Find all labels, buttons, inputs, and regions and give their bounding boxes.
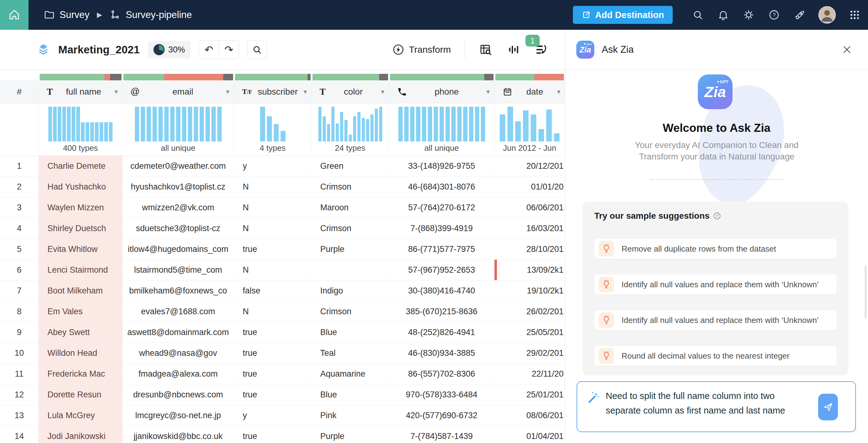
cell-email[interactable]: aswett8@domainmark.com bbox=[122, 322, 234, 343]
column-header-color[interactable]: Tcolor▾ bbox=[312, 80, 389, 103]
suggestion-item[interactable]: Remove all duplicate rows from the datas… bbox=[594, 239, 837, 259]
column-menu-caret-icon[interactable]: ▾ bbox=[486, 88, 490, 96]
cell-email[interactable]: lstairmond5@time_com bbox=[122, 260, 234, 280]
cell-date[interactable]: 13/09/2k1 bbox=[494, 260, 565, 280]
suggestion-item[interactable]: Identify all null values and replace the… bbox=[594, 274, 837, 294]
cell-phone[interactable]: 57-(967)952-2653 bbox=[389, 260, 494, 280]
cell-color[interactable]: Green bbox=[312, 156, 389, 176]
search-icon[interactable] bbox=[691, 8, 704, 21]
suggestion-item[interactable]: Round all decimal values to the nearest … bbox=[594, 346, 837, 366]
cell-full_name[interactable]: Jodi Janikowski bbox=[39, 426, 122, 443]
cell-subscriber[interactable]: true bbox=[234, 322, 312, 343]
cell-color[interactable]: Blue bbox=[312, 322, 389, 343]
cell-color[interactable]: Maroon bbox=[312, 197, 389, 218]
cell-email[interactable]: lmcgreyc@so-net.ne.jp bbox=[122, 405, 234, 425]
cell-subscriber[interactable]: N bbox=[234, 218, 312, 239]
column-stats-icon[interactable] bbox=[506, 42, 521, 57]
histogram-color[interactable]: 24 types bbox=[312, 103, 389, 155]
cell-email[interactable]: itlow4@hugedomains_com bbox=[122, 239, 234, 259]
column-menu-caret-icon[interactable]: ▾ bbox=[226, 88, 229, 96]
cell-subscriber[interactable]: true bbox=[234, 363, 312, 384]
cell-full_name[interactable]: Willdon Head bbox=[39, 343, 122, 363]
column-menu-caret-icon[interactable]: ▾ bbox=[114, 88, 118, 96]
cell-date[interactable]: 16/03/201 bbox=[494, 218, 565, 239]
cell-full_name[interactable]: Evita Whitlow bbox=[39, 239, 122, 259]
cell-full_name[interactable]: Dorette Resun bbox=[39, 384, 122, 405]
column-header-date[interactable]: date▾ bbox=[494, 80, 565, 103]
quality-bar-full_name[interactable] bbox=[39, 74, 122, 80]
cell-phone[interactable]: 46-(684)301-8076 bbox=[389, 177, 494, 197]
cell-email[interactable]: cdemeter0@weather.com bbox=[122, 156, 234, 176]
quality-bar-email[interactable] bbox=[122, 74, 234, 80]
user-avatar[interactable] bbox=[818, 6, 836, 24]
cell-phone[interactable]: 30-(380)416-4740 bbox=[389, 280, 494, 301]
cell-subscriber[interactable]: true bbox=[234, 343, 312, 363]
cell-date[interactable]: 20/12/201 bbox=[494, 156, 565, 176]
whats-new-rocket-icon[interactable] bbox=[793, 8, 806, 21]
cell-email[interactable]: sduetsche3@toplist-cz bbox=[122, 218, 234, 239]
cell-color[interactable] bbox=[312, 260, 389, 280]
cell-subscriber[interactable]: true bbox=[234, 384, 312, 405]
cell-email[interactable]: dresunb@nbcnews.com bbox=[122, 384, 234, 405]
cell-date[interactable]: 01/04/201 bbox=[494, 426, 565, 443]
settings-gear-icon[interactable] bbox=[742, 8, 755, 21]
home-button[interactable] bbox=[0, 0, 29, 30]
quality-bar-subscriber[interactable] bbox=[234, 74, 312, 80]
cell-subscriber[interactable]: y bbox=[234, 405, 312, 425]
histogram-date[interactable]: Jun 2012 - Jun bbox=[494, 103, 565, 155]
cell-subscriber[interactable]: y bbox=[234, 156, 312, 176]
cell-color[interactable]: Indigo bbox=[312, 280, 389, 301]
cell-color[interactable]: Purple bbox=[312, 426, 389, 443]
cell-full_name[interactable]: Had Yushachko bbox=[39, 177, 122, 197]
cell-phone[interactable]: 7-(784)587-1439 bbox=[389, 426, 494, 443]
quality-bar-date[interactable] bbox=[494, 74, 565, 80]
send-button[interactable] bbox=[818, 394, 838, 420]
ask-zia-input[interactable]: Need to split the full name column into … bbox=[577, 381, 856, 432]
apps-grid-icon[interactable] bbox=[848, 8, 861, 21]
cell-color[interactable]: Purple bbox=[312, 239, 389, 259]
cell-email[interactable]: hyushachkov1@toplist.cz bbox=[122, 177, 234, 197]
cell-color[interactable]: Crimson bbox=[312, 301, 389, 322]
cell-phone[interactable]: 33-(148)926-9755 bbox=[389, 156, 494, 176]
cell-color[interactable]: Aquamarine bbox=[312, 363, 389, 384]
quality-bar-color[interactable] bbox=[312, 74, 389, 80]
column-menu-caret-icon[interactable]: ▾ bbox=[381, 88, 384, 96]
cell-subscriber[interactable]: false bbox=[234, 280, 312, 301]
cell-phone[interactable]: 7-(868)399-4919 bbox=[389, 218, 494, 239]
cell-email[interactable]: jjanikowskid@bbc.co.uk bbox=[122, 426, 234, 443]
redo-button[interactable]: ↷ bbox=[219, 41, 239, 59]
notifications-bell-icon[interactable] bbox=[717, 8, 730, 21]
cell-date[interactable]: 25/01/201 bbox=[494, 384, 565, 405]
cell-date[interactable]: 28/10/201 bbox=[494, 239, 565, 259]
breadcrumb-pipeline[interactable]: Survey-pipeline bbox=[110, 9, 192, 21]
breadcrumb-project[interactable]: Survey bbox=[43, 9, 89, 21]
cell-phone[interactable]: 86-(557)702-8306 bbox=[389, 363, 494, 384]
cell-email[interactable]: fmadgea@alexa.com bbox=[122, 363, 234, 384]
quality-bar-phone[interactable] bbox=[389, 74, 494, 80]
data-quality-progress[interactable]: 30% bbox=[148, 41, 191, 58]
cell-subscriber[interactable]: N bbox=[234, 260, 312, 280]
cell-full_name[interactable]: Lenci Stairmond bbox=[39, 260, 122, 280]
cell-date[interactable]: 26/02/201 bbox=[494, 301, 565, 322]
cell-full_name[interactable]: Abey Swett bbox=[39, 322, 122, 343]
cell-full_name[interactable]: Em Vales bbox=[39, 301, 122, 322]
transform-button[interactable]: Transform bbox=[392, 43, 451, 56]
cell-color[interactable]: Crimson bbox=[312, 218, 389, 239]
cell-date[interactable]: 22/11/20 bbox=[494, 363, 565, 384]
undo-button[interactable]: ↶ bbox=[199, 41, 219, 59]
cell-phone[interactable]: 970-(578)333-6484 bbox=[389, 384, 494, 405]
column-header-email[interactable]: @email▾ bbox=[122, 80, 234, 103]
column-header-subscriber[interactable]: T/Fsubscriber▾ bbox=[234, 80, 312, 103]
cell-subscriber[interactable]: N bbox=[234, 177, 312, 197]
cell-color[interactable]: Pink bbox=[312, 405, 389, 425]
cell-phone[interactable]: 57-(764)270-6172 bbox=[389, 197, 494, 218]
cell-date[interactable]: 01/01/20 bbox=[494, 177, 565, 197]
cell-date[interactable]: 06/06/201 bbox=[494, 197, 565, 218]
cell-full_name[interactable]: Shirley Duetsch bbox=[39, 218, 122, 239]
cell-color[interactable]: Teal bbox=[312, 343, 389, 363]
cell-color[interactable]: Crimson bbox=[312, 177, 389, 197]
column-header-full_name[interactable]: Tfull name▾ bbox=[39, 80, 122, 103]
cell-full_name[interactable]: Charlie Demete bbox=[39, 156, 122, 176]
suggestions-help-icon[interactable]: ? bbox=[713, 212, 721, 220]
cell-date[interactable]: 19/10/2k1 bbox=[494, 280, 565, 301]
